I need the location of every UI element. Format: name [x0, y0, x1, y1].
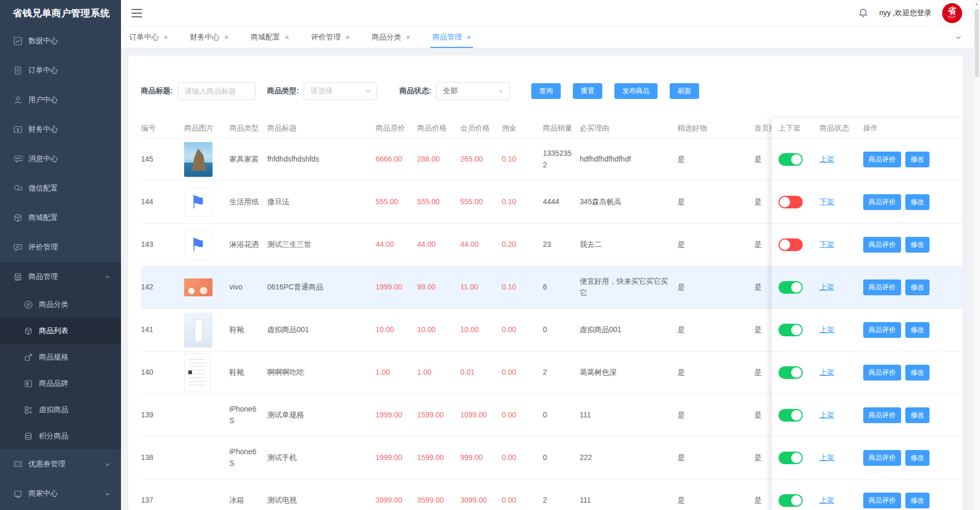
- onsale-toggle[interactable]: [779, 196, 803, 208]
- edit-product-button[interactable]: 修改: [905, 279, 930, 295]
- tab-review-manage[interactable]: 评价管理×: [311, 26, 350, 48]
- onsale-toggle[interactable]: [779, 238, 803, 251]
- edit-product-button[interactable]: 修改: [905, 152, 930, 167]
- points-icon: [24, 432, 33, 441]
- search-button[interactable]: 查询: [531, 83, 561, 99]
- onsale-toggle[interactable]: [779, 153, 803, 166]
- sidebar-item-product-list[interactable]: 商品列表: [0, 318, 121, 344]
- sidebar-item-product-manage[interactable]: 商品管理: [0, 262, 121, 292]
- status-link[interactable]: 下架: [820, 197, 834, 206]
- status-link[interactable]: 下架: [820, 240, 834, 248]
- sidebar-item-product-brand[interactable]: 商品品牌: [0, 371, 121, 397]
- edit-product-button[interactable]: 修改: [905, 237, 930, 253]
- sidebar-item-wechat-config[interactable]: 微信配置: [0, 174, 121, 203]
- toggle-cell: [772, 494, 820, 507]
- onsale-toggle[interactable]: [779, 324, 803, 336]
- onsale-toggle[interactable]: [779, 281, 803, 294]
- status-link[interactable]: 上架: [820, 411, 834, 419]
- sidebar-item-finance-center[interactable]: 财务中心: [0, 115, 121, 144]
- sidebar-item-user-center[interactable]: 用户中心: [0, 85, 121, 115]
- status-filter-select[interactable]: 全部: [436, 82, 510, 100]
- status-link[interactable]: 上架: [820, 155, 834, 163]
- review-product-button[interactable]: 商品评价: [863, 194, 901, 210]
- edit-product-button[interactable]: 修改: [905, 322, 930, 338]
- cell-title: 0616PC普通商品: [267, 282, 376, 293]
- cell-sales: 4444: [543, 196, 580, 208]
- tab-close-icon[interactable]: ×: [346, 34, 350, 41]
- sidebar-item-points-product[interactable]: 积分商品: [0, 423, 121, 449]
- cell-reason: 我去二: [580, 239, 678, 251]
- sidebar: 省钱兄单商户管理系统 数据中心订单中心用户中心财务中心消息中心微信配置商城配置评…: [0, 0, 121, 510]
- tab-product-manage[interactable]: 商品管理×: [432, 26, 471, 48]
- sidebar-item-product-category[interactable]: 商品分类: [0, 292, 121, 318]
- sidebar-item-label: 商品列表: [39, 326, 68, 336]
- sidebar-item-virtual-product[interactable]: 虚拟商品: [0, 397, 121, 423]
- sidebar-item-label: 数据中心: [28, 36, 58, 46]
- cell-commission: 0.20: [502, 239, 543, 251]
- status-link[interactable]: 上架: [820, 496, 834, 504]
- review-product-button[interactable]: 商品评价: [863, 450, 901, 466]
- tab-mall-config[interactable]: 商城配置×: [250, 26, 289, 48]
- actions-cell: 商品评价修改: [863, 493, 963, 508]
- edit-product-button[interactable]: 修改: [905, 407, 930, 423]
- hamburger-menu-icon[interactable]: [132, 9, 142, 17]
- cell-price: 99.00: [417, 282, 460, 293]
- sidebar-item-label: 财务中心: [28, 125, 58, 134]
- scrollbar-up-arrow-icon[interactable]: ▲: [974, 0, 980, 8]
- edit-product-button[interactable]: 修改: [905, 365, 930, 381]
- refresh-button[interactable]: 刷新: [670, 83, 699, 99]
- tab-product-category[interactable]: 商品分类×: [372, 26, 410, 48]
- sidebar-item-coupon-manage[interactable]: 优惠券管理: [0, 449, 121, 479]
- review-product-button[interactable]: 商品评价: [863, 407, 901, 423]
- title-filter-label: 商品标题:: [141, 86, 173, 96]
- tab-close-icon[interactable]: ×: [406, 34, 410, 41]
- review-product-button[interactable]: 商品评价: [863, 322, 901, 338]
- tab-close-icon[interactable]: ×: [224, 34, 228, 41]
- edit-product-button[interactable]: 修改: [905, 493, 930, 508]
- sidebar-item-data-center[interactable]: 数据中心: [0, 26, 121, 56]
- publish-product-button[interactable]: 发布商品: [614, 83, 658, 99]
- edit-product-button[interactable]: 修改: [905, 450, 930, 466]
- reset-button[interactable]: 重置: [573, 83, 602, 99]
- tab-overflow-chevron-down-icon[interactable]: [955, 26, 962, 48]
- sidebar-item-message-center[interactable]: 消息中心: [0, 144, 121, 174]
- avatar[interactable]: 省 SQX: [942, 3, 962, 23]
- onsale-toggle[interactable]: [779, 452, 803, 464]
- onsale-toggle[interactable]: [779, 409, 803, 422]
- sidebar-item-mall-config[interactable]: 商城配置: [0, 203, 121, 233]
- tab-finance-center[interactable]: 财务中心×: [190, 26, 228, 48]
- review-product-button[interactable]: 商品评价: [863, 152, 901, 167]
- review-product-button[interactable]: 商品评价: [863, 237, 901, 253]
- cell-id: 145: [141, 154, 184, 165]
- tab-order-center[interactable]: 订单中心×: [129, 26, 168, 48]
- tab-close-icon[interactable]: ×: [285, 34, 289, 41]
- column-header-original-price: 商品原价: [376, 123, 417, 134]
- onsale-toggle[interactable]: [779, 366, 803, 379]
- table-row-fixed: 上架商品评价修改: [772, 309, 963, 352]
- page-scrollbar[interactable]: ▲: [973, 0, 980, 510]
- review-product-button[interactable]: 商品评价: [863, 493, 901, 508]
- notification-bell-icon[interactable]: [858, 8, 868, 18]
- status-link[interactable]: 上架: [820, 325, 834, 334]
- onsale-toggle[interactable]: [779, 494, 803, 507]
- user-greeting: nyy ,欢迎您登录: [879, 8, 932, 18]
- review-product-button[interactable]: 商品评价: [863, 365, 901, 381]
- sidebar-item-merchant-center[interactable]: 商家中心: [0, 479, 121, 508]
- type-filter-select[interactable]: 请选择: [304, 82, 377, 100]
- scrollbar-thumb[interactable]: [975, 9, 979, 77]
- sidebar-item-review-manage[interactable]: 评价管理: [0, 233, 121, 262]
- title-filter-input[interactable]: [178, 82, 256, 100]
- type-filter-label: 商品类型:: [267, 86, 299, 96]
- status-link[interactable]: 上架: [820, 368, 834, 376]
- sidebar-item-product-spec[interactable]: 商品规格: [0, 344, 121, 371]
- tab-close-icon[interactable]: ×: [164, 34, 168, 41]
- product-image: [184, 230, 211, 259]
- review-product-button[interactable]: 商品评价: [863, 279, 901, 295]
- cell-id: 142: [141, 282, 184, 293]
- status-link[interactable]: 上架: [820, 283, 834, 291]
- review-icon: [13, 243, 23, 252]
- tab-close-icon[interactable]: ×: [467, 34, 471, 41]
- sidebar-item-order-center[interactable]: 订单中心: [0, 56, 121, 85]
- status-link[interactable]: 上架: [820, 453, 834, 462]
- edit-product-button[interactable]: 修改: [905, 194, 930, 210]
